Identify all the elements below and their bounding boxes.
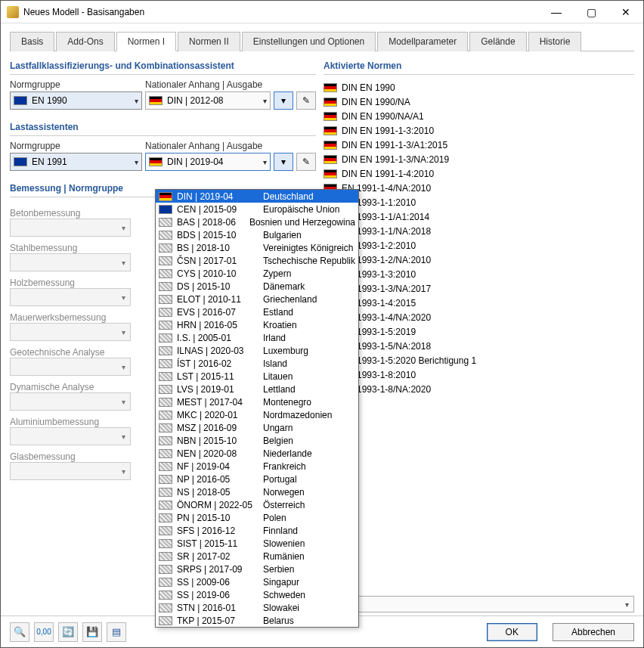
tab-gelände[interactable]: Gelände <box>469 32 526 51</box>
norm-item[interactable]: EN 1993-1-5:2020 Berichtigung 1 <box>324 354 634 367</box>
norm-item[interactable]: EN 1991-1-4/NA:2010 <box>324 181 634 195</box>
dropdown-item[interactable]: MSZ | 2016-09Ungarn <box>156 421 358 434</box>
tab-historie[interactable]: Historie <box>528 32 582 51</box>
combo-anhang-2[interactable]: DIN | 2019-04 ▾ <box>145 153 271 171</box>
design-combo-aluminiumbemessung[interactable]: ▾ <box>10 427 131 445</box>
dropdown-item[interactable]: CEN | 2015-09Europäische Union <box>156 203 358 215</box>
norm-item[interactable]: EN 1993-1-2:2010 <box>324 239 634 253</box>
tab-basis[interactable]: Basis <box>10 32 54 51</box>
dropdown-item[interactable]: MEST | 2017-04Montenegro <box>156 395 358 408</box>
dropdown-item[interactable]: BDS | 2015-10Bulgarien <box>156 228 358 241</box>
tool-units-button[interactable]: 0,00 <box>34 622 54 642</box>
dropdown-item[interactable]: NS | 2018-05Norwegen <box>156 485 358 498</box>
norm-item[interactable]: EN 1993-1-4:2015 <box>324 296 634 310</box>
dropdown-item[interactable]: STN | 2016-01Slowakei <box>156 601 358 614</box>
norm-item[interactable]: EN 1993-1-8:2010 <box>324 368 634 382</box>
tab-normen-i[interactable]: Normen I <box>116 32 176 51</box>
norm-item[interactable]: EN 1993-1-3/NA:2017 <box>324 282 634 296</box>
new-button-1[interactable]: ✎ <box>296 91 316 110</box>
norm-item[interactable]: EN 1993-1-4/NA:2020 <box>324 311 634 324</box>
dropdown-item[interactable]: I.S. | 2005-01Irland <box>156 331 358 344</box>
dropdown-item[interactable]: NP | 2016-05Portugal <box>156 473 358 485</box>
design-combo-stahlbemessung[interactable]: ▾ <box>10 253 131 271</box>
dropdown-item[interactable]: HRN | 2016-05Kroatien <box>156 318 358 331</box>
maximize-button[interactable]: ▢ <box>574 1 608 23</box>
dropdown-item[interactable]: SRPS | 2017-09Serbien <box>156 563 358 575</box>
combo-anhang-1[interactable]: DIN | 2012-08 ▾ <box>145 91 271 110</box>
dropdown-item[interactable]: NF | 2019-04Frankreich <box>156 460 358 473</box>
norm-item[interactable]: EN 1993-1-1:2010 <box>324 196 634 209</box>
dropdown-item-country: Nordmazedonien <box>263 410 332 420</box>
norm-item[interactable]: EN 1993-1-5:2019 <box>324 325 634 339</box>
combo-normgruppe-1[interactable]: EN 1990 ▾ <box>10 91 142 110</box>
norm-item[interactable]: DIN EN 1991-1-3/A1:2015 <box>324 138 634 152</box>
dropdown-item[interactable]: DIN | 2019-04Deutschland <box>156 190 358 203</box>
dropdown-item[interactable]: CYS | 2010-10Zypern <box>156 267 358 280</box>
flag-icon <box>159 616 172 625</box>
filter-button-1[interactable]: ▾ <box>274 91 293 110</box>
dropdown-item[interactable]: BAS | 2018-06Bosnien und Herzegowina <box>156 215 358 228</box>
dropdown-item-code: NBN | 2015-10 <box>177 436 259 446</box>
norm-item[interactable]: EN 1993-1-2/NA:2010 <box>324 253 634 267</box>
dropdown-item[interactable]: ÍST | 2016-02Island <box>156 357 358 370</box>
norm-item[interactable]: EN 1993-1-1/A1:2014 <box>324 210 634 224</box>
dropdown-item[interactable]: TKP | 2015-07Belarus <box>156 614 358 627</box>
norm-item[interactable]: DIN EN 1991-1-3:2010 <box>324 124 634 138</box>
tab-modellparameter[interactable]: Modellparameter <box>377 32 468 51</box>
national-annex-dropdown[interactable]: DIN | 2019-04DeutschlandCEN | 2015-09Eur… <box>155 189 359 628</box>
tool-lens-button[interactable]: 🔍 <box>10 622 29 642</box>
norm-item[interactable]: DIN EN 1990/NA/A1 <box>324 110 634 123</box>
tab-add-ons[interactable]: Add-Ons <box>56 32 114 51</box>
ok-button[interactable]: OK <box>487 623 537 641</box>
dropdown-item[interactable]: TS | 2018-02Türkei <box>156 627 358 628</box>
tab-einstellungen-und-optionen[interactable]: Einstellungen und Optionen <box>242 32 376 51</box>
tool-list-button[interactable]: ▤ <box>107 622 126 642</box>
norm-item[interactable]: EN 1993-1-5/NA:2018 <box>324 340 634 353</box>
dropdown-item[interactable]: PN | 2015-10Polen <box>156 511 358 524</box>
dropdown-item[interactable]: ELOT | 2010-11Griechenland <box>156 293 358 305</box>
dropdown-item[interactable]: MKC | 2020-01Nordmazedonien <box>156 408 358 421</box>
close-button[interactable]: ✕ <box>608 1 643 23</box>
design-combo-mauerwerksbemessung[interactable]: ▾ <box>10 323 131 341</box>
dropdown-item[interactable]: ÖNORM | 2022-05Österreich <box>156 498 358 511</box>
norm-item[interactable]: DIN EN 1991-1-3/NA:2019 <box>324 153 634 166</box>
dropdown-item[interactable]: LVS | 2019-01Lettland <box>156 383 358 395</box>
norm-item[interactable]: EN 1993-1-1/NA:2018 <box>324 225 634 238</box>
dropdown-item[interactable]: SR | 2017-02Rumänien <box>156 550 358 563</box>
filter-button-2[interactable]: ▾ <box>274 153 293 171</box>
flag-icon <box>159 231 172 240</box>
tool-refresh-button[interactable]: 🔄 <box>58 622 78 642</box>
dropdown-item[interactable]: SS | 2019-06Schweden <box>156 588 358 601</box>
design-combo-betonbemessung[interactable]: ▾ <box>10 219 131 237</box>
dropdown-item[interactable]: BS | 2018-10Vereinigtes Königreich <box>156 241 358 254</box>
design-combo-glasbemessung[interactable]: ▾ <box>10 462 131 480</box>
new-button-2[interactable]: ✎ <box>296 153 316 171</box>
design-combo-geotechnische analyse[interactable]: ▾ <box>10 358 131 376</box>
design-combo-dynamische analyse[interactable]: ▾ <box>10 392 131 411</box>
minimize-button[interactable]: — <box>539 1 574 23</box>
dropdown-item[interactable]: ILNAS | 2020-03Luxemburg <box>156 344 358 357</box>
flag-icon <box>159 423 172 433</box>
tool-save-button[interactable]: 💾 <box>82 622 102 642</box>
dropdown-item[interactable]: SS | 2009-06Singapur <box>156 575 358 588</box>
dropdown-item-code: NEN | 2020-08 <box>177 448 259 459</box>
dropdown-item-country: Estland <box>263 307 293 318</box>
cancel-button[interactable]: Abbrechen <box>553 623 634 641</box>
combo-normgruppe-2[interactable]: EN 1991 ▾ <box>10 153 142 171</box>
tab-normen-ii[interactable]: Normen II <box>178 32 240 51</box>
norm-item[interactable]: DIN EN 1990/NA <box>324 95 634 109</box>
dropdown-item[interactable]: NEN | 2020-08Niederlande <box>156 447 358 460</box>
norm-item[interactable]: EN 1993-1-3:2010 <box>324 268 634 281</box>
dropdown-item[interactable]: DS | 2015-10Dänemark <box>156 280 358 293</box>
dropdown-item[interactable]: NBN | 2015-10Belgien <box>156 434 358 447</box>
dropdown-item[interactable]: LST | 2015-11Litauen <box>156 370 358 383</box>
norm-item[interactable]: EN 1993-1-8/NA:2020 <box>324 383 634 396</box>
norm-item[interactable]: DIN EN 1991-1-4:2010 <box>324 167 634 181</box>
dropdown-item[interactable]: ČSN | 2017-01Tschechische Republik <box>156 254 358 267</box>
bottom-long-combo[interactable]: ▾ <box>324 596 634 612</box>
dropdown-item[interactable]: EVS | 2016-07Estland <box>156 305 358 318</box>
design-combo-holzbemessung[interactable]: ▾ <box>10 288 131 306</box>
norm-item[interactable]: DIN EN 1990 <box>324 81 634 95</box>
dropdown-item[interactable]: SIST | 2015-11Slowenien <box>156 537 358 550</box>
dropdown-item[interactable]: SFS | 2016-12Finnland <box>156 524 358 537</box>
